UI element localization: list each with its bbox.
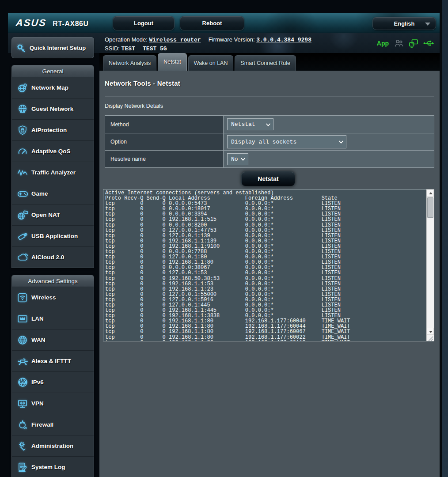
- vpn-monitor-icon: [14, 398, 31, 409]
- logout-button[interactable]: Logout: [113, 16, 175, 30]
- sidebar-item-label: VPN: [31, 400, 44, 407]
- flame-icon: [14, 419, 31, 431]
- waveform-icon: [14, 167, 31, 178]
- sidebar-item-alexa-ifttt[interactable]: Alexa & IFTTT: [12, 350, 94, 371]
- option-select[interactable]: Display all sockets: [227, 135, 346, 148]
- globe-users-icon: [14, 103, 31, 115]
- resize-grip-icon[interactable]: [427, 335, 434, 341]
- scroll-down-arrow-icon[interactable]: [427, 328, 434, 335]
- select-value: Netstat: [231, 121, 255, 128]
- sidebar-item-adaptive-qos[interactable]: Adaptive QoS: [12, 140, 94, 162]
- sidebar-item-label: LAN: [31, 315, 44, 322]
- form-label: Option: [105, 133, 224, 150]
- log-document-icon: [14, 462, 31, 473]
- sidebar-item-wireless[interactable]: Wireless: [12, 287, 94, 308]
- select-value: No: [231, 156, 238, 163]
- sidebar-item-label: Traffic Analyzer: [31, 169, 76, 176]
- globe-icon: [14, 334, 31, 346]
- language-dropdown[interactable]: English: [372, 17, 436, 30]
- tab-netstat[interactable]: Netstat: [158, 53, 187, 71]
- resolve-name-select[interactable]: No: [227, 153, 248, 165]
- clients-icon[interactable]: [394, 38, 404, 49]
- method-select[interactable]: Netstat: [227, 118, 273, 130]
- sidebar-section-general: GeneralNetwork MapGuest NetworkAiProtect…: [11, 65, 94, 268]
- ssid-link-5g[interactable]: TEST_5G: [143, 45, 167, 52]
- sidebar-item-lan[interactable]: LAN: [12, 308, 94, 329]
- page-right-margin: [440, 0, 448, 477]
- sidebar-section-advanced-settings: Advanced SettingsWirelessLANWANAlexa & I…: [11, 275, 94, 477]
- ipv6-globe-icon: IPV6: [14, 376, 31, 388]
- sidebar-item-system-log[interactable]: System Log: [12, 456, 94, 477]
- wifi-icon: [14, 292, 31, 303]
- sidebar-item-game[interactable]: Game: [12, 183, 94, 204]
- sidebar-item-wan[interactable]: WAN: [12, 329, 94, 350]
- scroll-up-arrow-icon[interactable]: [427, 189, 434, 197]
- form-row-resolve-name: Resolve nameNo: [105, 150, 434, 167]
- sidebar-item-ipv6[interactable]: IPV6IPv6: [12, 371, 94, 393]
- main-content-panel: Network Tools - Netstat Display Network …: [99, 71, 440, 477]
- sidebar-item-quick-internet-setup[interactable]: Quick Internet Setup: [11, 37, 94, 58]
- sidebar-item-guest-network[interactable]: Guest Network: [12, 98, 94, 119]
- language-selected: English: [394, 20, 415, 27]
- firmware-label: Firmware Version:: [209, 36, 255, 43]
- router-model: RT-AX86U: [53, 20, 88, 28]
- sidebar-item-label: Open NAT: [31, 212, 60, 218]
- usb-icon[interactable]: [423, 38, 434, 48]
- form-value-cell: Netstat: [224, 116, 434, 133]
- sidebar-item-firewall[interactable]: Firewall: [12, 414, 94, 435]
- operation-mode-link[interactable]: Wireless router: [149, 37, 201, 43]
- section-header: Advanced Settings: [12, 275, 94, 287]
- sidebar-item-label: IPv6: [31, 379, 44, 386]
- form-value-cell: No: [224, 151, 434, 167]
- sidebar-item-aiprotection[interactable]: AiProtection: [12, 119, 94, 140]
- globe-gamepad-icon: [14, 209, 31, 221]
- title-divider: [105, 96, 434, 97]
- form-label: Resolve name: [105, 151, 224, 167]
- terminal-scrollbar[interactable]: [426, 189, 434, 341]
- gauge-icon: [14, 146, 31, 157]
- app-link[interactable]: App: [377, 40, 389, 47]
- setup-gear-icon: [12, 42, 30, 54]
- page-right-margin-navy: [442, 0, 448, 477]
- sidebar-item-vpn[interactable]: VPN: [12, 393, 94, 414]
- tab-smart-connect-rule[interactable]: Smart Connect Rule: [235, 55, 296, 71]
- header-icon-group: App: [377, 38, 434, 49]
- chevron-down-icon: [425, 23, 430, 26]
- sidebar-item-aicloud-2-0[interactable]: AiCloud 2.0: [12, 246, 94, 268]
- sidebar-item-label: Alexa & IFTTT: [31, 358, 71, 364]
- sidebar-item-label: AiCloud 2.0: [31, 254, 64, 261]
- operation-mode-label: Operation Mode:: [105, 36, 148, 43]
- netstat-output-text: Active Internet connections (servers and…: [103, 189, 426, 341]
- sidebar-item-label: Administration: [31, 443, 73, 449]
- scrollbar-thumb[interactable]: [427, 197, 433, 218]
- tab-wake-on-lan[interactable]: Wake on LAN: [188, 55, 234, 71]
- sidebar-item-label: Guest Network: [31, 106, 73, 112]
- sidebar-item-label: Wireless: [31, 294, 56, 301]
- ethernet-port-icon: [14, 313, 31, 325]
- netstat-submit-button[interactable]: Netstat: [241, 171, 295, 186]
- form-value-cell: Display all sockets: [224, 133, 434, 150]
- section-header: General: [12, 65, 94, 77]
- sidebar-item-network-map[interactable]: Network Map: [12, 77, 94, 98]
- netstat-output-terminal[interactable]: Active Internet connections (servers and…: [103, 189, 434, 341]
- asus-logo: ASUS: [15, 17, 47, 29]
- gamepad-icon: [14, 188, 31, 200]
- tab-bar: Network AnalysisNetstatWake on LANSmart …: [99, 53, 440, 71]
- ssid-link-24g[interactable]: TEST: [121, 45, 135, 52]
- sidebar-item-usb-application[interactable]: USB Application: [12, 225, 94, 246]
- sidebar-item-administration[interactable]: Administration: [12, 435, 94, 456]
- sidebar-sections: GeneralNetwork MapGuest NetworkAiProtect…: [11, 65, 94, 477]
- sidebar-item-label: Quick Internet Setup: [30, 45, 86, 51]
- form-row-option: OptionDisplay all sockets: [105, 133, 434, 150]
- reboot-button[interactable]: Reboot: [180, 16, 244, 30]
- gear-wrench-icon: [14, 440, 31, 452]
- sidebar-item-traffic-analyzer[interactable]: Traffic Analyzer: [12, 162, 94, 183]
- sidebar-item-label: Adaptive QoS: [31, 148, 71, 155]
- sidebar-item-open-nat[interactable]: Open NAT: [12, 204, 94, 225]
- section-label: Display Network Details: [105, 103, 163, 109]
- tab-network-analysis[interactable]: Network Analysis: [103, 55, 156, 71]
- status-line-2: SSID: TEST TEST_5G: [105, 44, 311, 53]
- firmware-link[interactable]: 3.0.0.4.384_9298: [256, 37, 311, 43]
- sidebar-item-label: WAN: [31, 337, 46, 343]
- devices-icon[interactable]: [408, 38, 419, 49]
